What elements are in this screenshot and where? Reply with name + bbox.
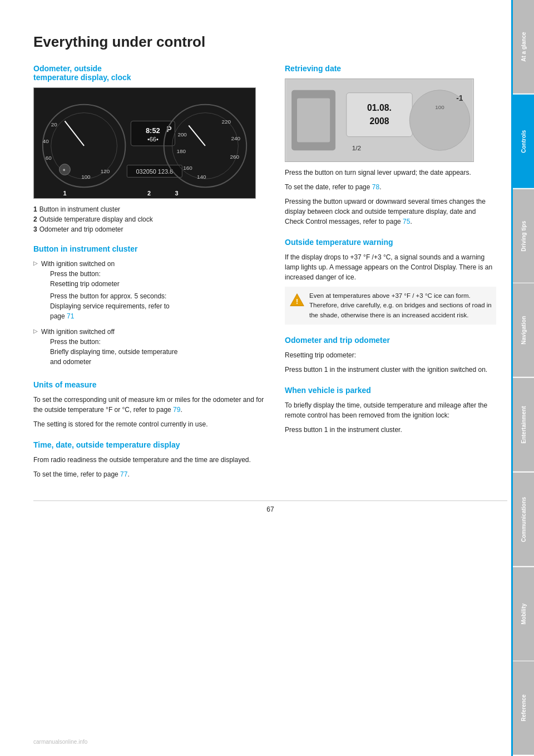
svg-text:120: 120 bbox=[101, 168, 110, 174]
sub-item-press-button: Press the button:Resetting trip odometer bbox=[50, 269, 170, 289]
list-item-1: 1Button in instrument cluster bbox=[33, 205, 267, 213]
page-ref-79[interactable]: 79 bbox=[173, 406, 180, 414]
page-ref-71[interactable]: 71 bbox=[67, 312, 74, 320]
time-section-heading: Time, date, outside temperature display bbox=[33, 440, 267, 449]
outside-temp-text: If the display drops to +37 °F /+3 °C, a… bbox=[285, 252, 496, 282]
svg-text:200: 200 bbox=[177, 131, 187, 138]
svg-text:!: ! bbox=[296, 298, 298, 306]
svg-text:1/2: 1/2 bbox=[352, 144, 361, 152]
svg-text:60: 60 bbox=[46, 155, 52, 161]
sidebar-tab-navigation[interactable]: Navigation bbox=[513, 283, 534, 377]
svg-text:180: 180 bbox=[176, 148, 186, 154]
sidebar-tab-controls[interactable]: Controls bbox=[513, 95, 534, 188]
svg-text:1: 1 bbox=[63, 190, 66, 197]
svg-text:-1: -1 bbox=[456, 94, 463, 102]
instrument-cluster-image: 20 40 60 80 100 120 ● 1 8:52 •66 bbox=[33, 87, 256, 199]
button-section-heading: Button in instrument cluster bbox=[33, 244, 267, 253]
vehicle-parked-heading: When vehicle is parked bbox=[285, 386, 496, 395]
odometer-text2: Press button 1 in the instrument cluster… bbox=[285, 365, 496, 375]
svg-rect-33 bbox=[297, 99, 330, 143]
svg-text:160: 160 bbox=[183, 165, 192, 171]
svg-text:8:52: 8:52 bbox=[146, 126, 160, 135]
bottom-logo: carmanualsonline.info bbox=[33, 739, 87, 745]
svg-text:40: 40 bbox=[43, 138, 49, 144]
time-text: From radio readiness the outside tempera… bbox=[33, 455, 267, 465]
units-text: To set the corresponding unit of measure… bbox=[33, 395, 267, 415]
svg-text:100: 100 bbox=[435, 104, 444, 110]
warning-text-content: Even at temperatures above +37 °F / +3 °… bbox=[309, 291, 492, 320]
units-text2: The setting is stored for the remote con… bbox=[33, 419, 267, 429]
odometer-trip-heading: Odometer and trip odometer bbox=[285, 336, 496, 345]
svg-text:●: ● bbox=[62, 167, 65, 173]
retrieving-text2: To set the date, refer to page 78. bbox=[285, 182, 496, 192]
svg-text:032050 123.8: 032050 123.8 bbox=[136, 168, 174, 175]
main-content: Everything under control Odometer, outsi… bbox=[33, 0, 507, 513]
sidebar-tab-mobility[interactable]: Mobility bbox=[513, 567, 534, 661]
page-ref-77[interactable]: 77 bbox=[120, 470, 127, 478]
svg-text:•66•: •66• bbox=[147, 136, 159, 143]
sidebar-tab-reference[interactable]: Reference bbox=[513, 661, 534, 755]
retrieving-date-heading: Retrieving date bbox=[285, 64, 496, 73]
arrow-item-ignition-on: ▷ With ignition switched on Press the bu… bbox=[33, 259, 267, 323]
arrow-item-ignition-off-content: With ignition switched off Press the but… bbox=[41, 327, 177, 369]
sidebar-tab-driving-tips[interactable]: Driving tips bbox=[513, 189, 534, 283]
svg-text:220: 220 bbox=[222, 119, 231, 125]
outside-temp-heading: Outside temperature warning bbox=[285, 238, 496, 247]
retrieving-text3: Pressing the button upward or downward s… bbox=[285, 197, 496, 227]
svg-text:01.08.: 01.08. bbox=[367, 103, 392, 112]
list-item-2: 2Outside temperature display and clock bbox=[33, 215, 267, 223]
svg-rect-34 bbox=[347, 93, 412, 137]
left-column: Odometer, outsidetemperature display, cl… bbox=[33, 64, 267, 484]
odometer-section-heading: Odometer, outsidetemperature display, cl… bbox=[33, 64, 267, 82]
sidebar-tab-communications[interactable]: Communications bbox=[513, 473, 534, 566]
sidebar: At a glance Controls Driving tips Naviga… bbox=[513, 0, 534, 756]
right-column: Retrieving date 01.08. 2008 100 -1 bbox=[285, 64, 496, 484]
svg-text:20: 20 bbox=[51, 121, 57, 127]
parked-text1: To briefly display the time, outside tem… bbox=[285, 400, 496, 420]
warning-box: ! Even at temperatures above +37 °F / +3… bbox=[285, 287, 496, 325]
svg-text:3: 3 bbox=[175, 190, 178, 197]
units-section-heading: Units of measure bbox=[33, 380, 267, 389]
page-title: Everything under control bbox=[33, 33, 507, 51]
warning-triangle-icon: ! bbox=[289, 292, 305, 308]
svg-text:2008: 2008 bbox=[369, 116, 389, 126]
date-display-image: 01.08. 2008 100 -1 1/2 bbox=[285, 78, 474, 162]
parked-text2: Press button 1 in the instrument cluster… bbox=[285, 425, 496, 435]
sidebar-tab-at-a-glance[interactable]: At a glance bbox=[513, 0, 534, 94]
retrieving-text1: Press the button on turn signal lever up… bbox=[285, 168, 496, 178]
svg-text:2: 2 bbox=[147, 190, 151, 197]
arrow-item-ignition-off: ▷ With ignition switched off Press the b… bbox=[33, 327, 267, 369]
svg-text:100: 100 bbox=[81, 174, 91, 180]
section-divider bbox=[511, 0, 513, 756]
numbered-list: 1Button in instrument cluster 2Outside t… bbox=[33, 205, 267, 233]
time-text2: To set the time, refer to page 77. bbox=[33, 469, 267, 479]
two-column-layout: Odometer, outsidetemperature display, cl… bbox=[33, 64, 507, 484]
sub-item-press-5sec: Press the button for approx. 5 seconds:D… bbox=[50, 291, 170, 321]
page-ref-78[interactable]: 78 bbox=[372, 183, 379, 191]
arrow-right-icon: ▷ bbox=[33, 260, 38, 266]
list-item-3: 3Odometer and trip odometer bbox=[33, 225, 267, 233]
svg-text:140: 140 bbox=[197, 174, 206, 180]
sub-item-brief-display: Press the button:Briefly displaying time… bbox=[50, 337, 177, 367]
svg-text:260: 260 bbox=[230, 154, 239, 160]
sidebar-tab-entertainment[interactable]: Entertainment bbox=[513, 378, 534, 472]
page-number: 67 bbox=[33, 500, 507, 513]
svg-text:240: 240 bbox=[231, 135, 240, 141]
odometer-text1: Resetting trip odometer: bbox=[285, 350, 496, 360]
arrow-item-ignition-on-content: With ignition switched on Press the butt… bbox=[41, 259, 170, 323]
page-ref-75[interactable]: 75 bbox=[403, 218, 410, 225]
arrow-right-icon-2: ▷ bbox=[33, 328, 38, 334]
